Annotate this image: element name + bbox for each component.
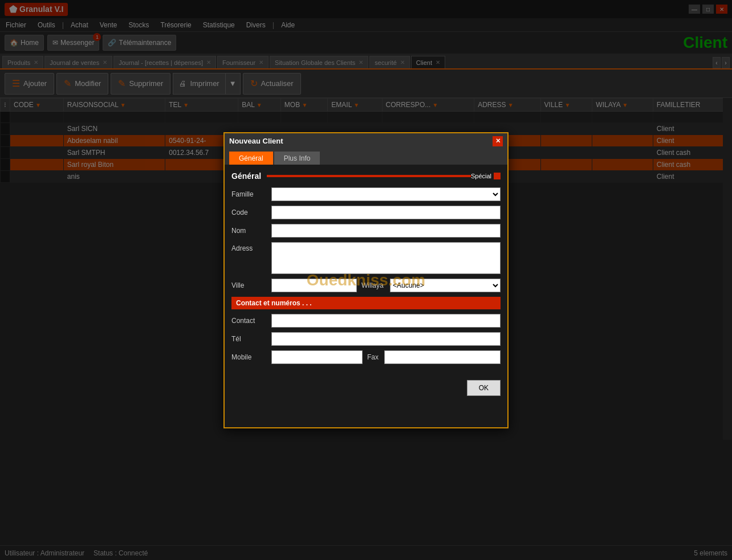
tel-input[interactable] bbox=[271, 332, 501, 346]
famille-row: Famille bbox=[231, 187, 501, 201]
contact-input[interactable] bbox=[271, 314, 501, 328]
general-section-bar bbox=[267, 175, 471, 177]
fax-label: Fax bbox=[367, 353, 384, 361]
ville-input[interactable] bbox=[271, 279, 357, 292]
adress-label: Adress bbox=[231, 242, 271, 252]
famille-select[interactable] bbox=[271, 187, 501, 201]
dialog-tab-general-label: Général bbox=[239, 154, 263, 162]
contact-row: Contact bbox=[231, 314, 501, 328]
willaya-label: Willaya bbox=[361, 281, 390, 289]
nom-input[interactable] bbox=[271, 224, 501, 238]
ville-label: Ville bbox=[231, 281, 271, 289]
mobile-input[interactable] bbox=[271, 350, 363, 364]
dialog: Nouveau Client ✕ Général Plus Info Génér… bbox=[223, 132, 509, 428]
special-badge: Spécial bbox=[471, 173, 501, 179]
mobile-label: Mobile bbox=[231, 353, 271, 361]
code-row: Code bbox=[231, 206, 501, 219]
general-section-header: Général Spécial bbox=[231, 171, 501, 181]
special-label: Spécial bbox=[471, 173, 491, 179]
adress-input[interactable] bbox=[271, 242, 501, 274]
nom-label: Nom bbox=[231, 227, 271, 235]
dialog-tab-plusinfo-label: Plus Info bbox=[284, 154, 311, 162]
dialog-close-button[interactable]: ✕ bbox=[493, 136, 503, 146]
special-dot bbox=[494, 173, 501, 179]
nom-row: Nom bbox=[231, 224, 501, 238]
code-input[interactable] bbox=[271, 206, 501, 219]
fax-input[interactable] bbox=[384, 350, 501, 364]
dialog-footer: OK bbox=[225, 375, 507, 400]
dialog-tab-general[interactable]: Général bbox=[229, 152, 273, 165]
willaya-select[interactable]: <Aucune> bbox=[390, 279, 501, 292]
contact-section-label: Contact et numéros . . . bbox=[236, 299, 312, 307]
ville-willaya-row: Ville Willaya <Aucune> bbox=[231, 279, 501, 292]
mobile-fax-row: Mobile Fax bbox=[231, 350, 501, 364]
dialog-title: Nouveau Client bbox=[229, 137, 283, 145]
dialog-overlay: Nouveau Client ✕ Général Plus Info Génér… bbox=[0, 0, 732, 560]
tel-label: Tél bbox=[231, 335, 271, 343]
dialog-content: Général Spécial Famille Code bbox=[225, 165, 507, 375]
code-label: Code bbox=[231, 209, 271, 216]
dialog-tab-plusinfo[interactable]: Plus Info bbox=[274, 152, 320, 165]
contact-section-header: Contact et numéros . . . bbox=[231, 297, 501, 309]
dialog-tabs: Général Plus Info bbox=[225, 149, 507, 165]
adress-row: Adress bbox=[231, 242, 501, 274]
tel-row: Tél bbox=[231, 332, 501, 346]
ok-button[interactable]: OK bbox=[467, 380, 501, 396]
dialog-titlebar: Nouveau Client ✕ bbox=[225, 133, 507, 149]
famille-label: Famille bbox=[231, 190, 271, 198]
general-section-title: Général bbox=[231, 171, 261, 181]
contact-label: Contact bbox=[231, 317, 271, 325]
